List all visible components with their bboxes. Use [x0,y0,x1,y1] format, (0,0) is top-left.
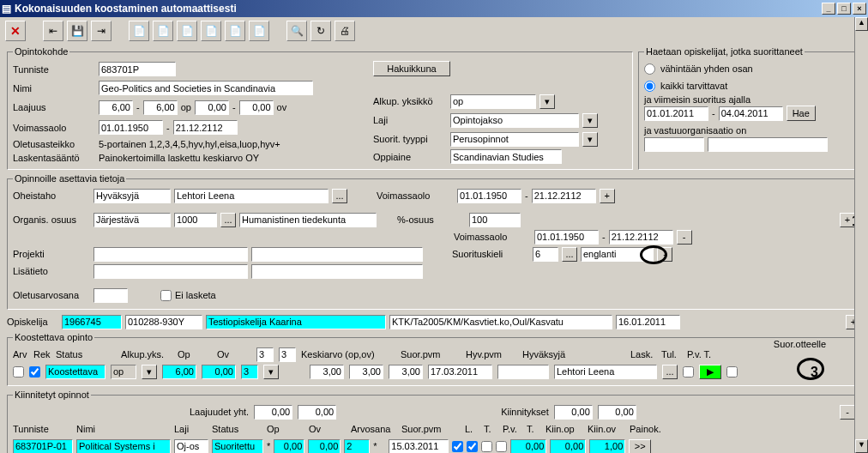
arvo-code[interactable] [241,365,258,379]
row-op[interactable] [274,439,304,454]
suorkieli-name[interactable] [581,247,654,262]
asettavia-plus2[interactable]: + [840,213,855,227]
row-pv[interactable] [481,441,492,452]
asettavia-v4[interactable] [609,230,673,245]
row-l[interactable] [452,441,463,452]
row-t[interactable] [467,441,478,452]
row-pk[interactable] [589,439,625,454]
vertical-scrollbar[interactable]: ▲ ▼ [854,17,868,453]
kiin-minus[interactable]: - [840,405,855,420]
refresh-button[interactable]: ↻ [310,21,331,41]
haetaan-d2[interactable] [719,106,783,121]
vastuu-name[interactable] [708,137,828,152]
voimassa-a[interactable] [99,120,163,135]
minimize-button[interactable]: _ [822,3,835,15]
org-browse[interactable]: ... [220,213,236,227]
arv-check[interactable] [13,366,24,378]
org-code[interactable] [174,213,217,227]
ka3[interactable] [310,365,344,379]
scroll-down[interactable]: ▼ [855,439,868,453]
oletusarvo-input[interactable] [93,288,128,303]
hyvpvm-input[interactable] [497,365,549,379]
radio-kaikki[interactable] [644,81,655,92]
ly2[interactable] [298,405,336,420]
row-arv[interactable] [344,439,370,454]
maximize-button[interactable]: □ [837,3,851,15]
suorkieli-browse[interactable]: ... [562,247,577,262]
row-tunniste[interactable] [13,439,73,454]
suorit-dd[interactable]: ▾ [582,132,598,147]
nav-first-button[interactable]: ⇤ [43,21,63,41]
doc1-button[interactable]: 📄 [129,21,149,41]
nimi-input[interactable] [99,81,313,95]
row-nimi[interactable] [76,439,171,454]
projekti-name[interactable] [251,247,423,262]
laajuus-a[interactable] [99,100,133,115]
hyvaksyja-input[interactable] [554,365,657,379]
ov-input[interactable] [202,365,236,379]
laji-dd[interactable]: ▾ [582,113,598,128]
opiskelija-org[interactable] [389,315,612,329]
ky2[interactable] [598,405,636,420]
row-kop[interactable] [510,439,546,454]
nav-last-button[interactable]: ⇥ [91,21,112,41]
asettavia-plus1[interactable]: + [600,189,615,203]
doc2-button[interactable]: 📄 [153,21,173,41]
asettavia-v3[interactable] [534,230,599,245]
rek-check[interactable] [29,366,40,378]
alkup-sel[interactable] [111,365,136,379]
voimassa-b[interactable] [173,120,238,135]
doc4-button[interactable]: 📄 [201,21,221,41]
doc3-button[interactable]: 📄 [177,21,197,41]
asettavia-v2[interactable] [532,189,596,203]
oheistaho-role[interactable] [93,189,171,203]
ka-box1[interactable] [256,347,274,362]
ka-box2[interactable] [279,347,296,362]
projekti-input[interactable] [93,247,248,262]
oppiaine-input[interactable] [450,149,562,164]
opiskelija-name[interactable] [206,315,386,329]
haetaan-d1[interactable] [644,106,708,121]
asettavia-minus2[interactable]: - [657,247,672,262]
alkup-dd[interactable]: ▾ [539,94,555,109]
suorkieli-code[interactable] [533,247,558,262]
search-button[interactable]: 🔍 [286,21,307,41]
scroll-up[interactable]: ▲ [855,17,868,31]
org-name[interactable] [239,213,377,227]
hakuikkuna-button[interactable]: Hakuikkuna [373,61,450,76]
eilasketa-check[interactable] [160,290,172,301]
print-button[interactable]: 🖨 [335,21,355,41]
laajuus-b[interactable] [143,100,178,115]
vastuu-code[interactable] [644,137,704,152]
laajuus-d[interactable] [239,100,274,115]
close-button[interactable]: × [853,3,866,15]
doc6-button[interactable]: 📄 [249,21,269,41]
oheistaho-name[interactable] [174,189,329,203]
row-pvm[interactable] [389,439,449,454]
lisatieto-text[interactable] [251,264,423,279]
asettavia-v1[interactable] [457,189,521,203]
org-role[interactable] [93,213,171,227]
ly1[interactable] [254,405,292,420]
lisatieto-input[interactable] [93,264,248,279]
ky1[interactable] [554,405,593,420]
alkup-input[interactable] [450,94,536,109]
laajuus-c[interactable] [195,100,229,115]
row-kov[interactable] [550,439,586,454]
row-t2[interactable] [496,441,507,452]
suorit-input[interactable] [450,132,579,147]
alkup-dd2[interactable]: ▾ [142,365,157,379]
hyvaksyja-browse[interactable]: ... [662,365,678,379]
row-status[interactable] [212,439,263,454]
arvo-dd[interactable]: ▾ [263,365,279,379]
row-ov[interactable] [308,439,341,454]
doc5-button[interactable]: 📄 [225,21,245,41]
tunniste-input[interactable] [99,62,176,76]
suorpvm-input[interactable] [428,365,492,379]
op-input[interactable] [162,365,196,379]
lask-check[interactable] [683,366,694,378]
delete-button[interactable]: ✕ [5,21,26,41]
pct-input[interactable] [469,213,521,227]
row-go[interactable]: >> [629,439,651,454]
radio-vahintaan[interactable] [644,63,655,75]
